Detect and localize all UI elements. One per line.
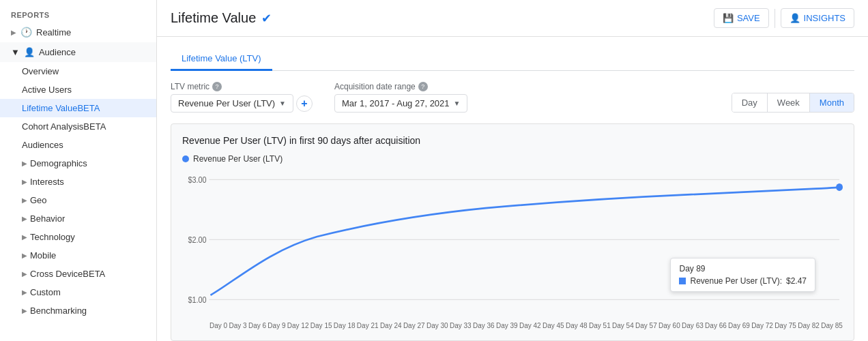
- reports-label: REPORTS: [0, 5, 156, 22]
- overview-label: Overview: [22, 66, 59, 76]
- tab-lifetime-value-ltv[interactable]: Lifetime Value (LTV): [171, 48, 272, 71]
- sidebar-item-interests[interactable]: ▶ Interests: [0, 173, 156, 191]
- legend-label: Revenue Per User (LTV): [193, 154, 283, 164]
- behavior-label: Behavior: [30, 213, 65, 224]
- page-title-text: Lifetime Value: [171, 10, 256, 26]
- sidebar-item-benchmarking[interactable]: ▶ Benchmarking: [0, 301, 156, 320]
- sidebar-item-geo[interactable]: ▶ Geo: [0, 191, 156, 209]
- legend-dot-icon: [182, 155, 189, 162]
- audience-label: Audience: [39, 47, 76, 57]
- tooltip-metric: Revenue Per User (LTV):: [690, 276, 782, 286]
- clock-icon: 🕐: [20, 27, 32, 38]
- sidebar-item-realtime[interactable]: ▶ 🕐 Realtime: [0, 22, 156, 42]
- main-content: Lifetime Value ✔ 💾 SAVE 👤 INSIGHTS Lifet…: [157, 0, 868, 341]
- tooltip-day: Day 89: [679, 264, 807, 273]
- save-button[interactable]: 💾 SAVE: [714, 8, 769, 28]
- insights-icon: 👤: [790, 13, 800, 23]
- add-metric-button[interactable]: +: [296, 95, 313, 112]
- sidebar-item-custom[interactable]: ▶ Custom: [0, 283, 156, 301]
- acquisition-group: Acquisition date range ? Mar 1, 2017 - A…: [334, 82, 467, 113]
- chart-svg: $3.00 $2.00 $1.00: [182, 169, 843, 319]
- sidebar-item-overview[interactable]: Overview: [0, 62, 156, 80]
- acquisition-help-icon[interactable]: ?: [418, 82, 428, 91]
- divider: [775, 9, 775, 28]
- period-day-button[interactable]: Day: [732, 93, 768, 112]
- custom-label: Custom: [30, 287, 61, 297]
- expand-icon: ▶: [11, 29, 16, 36]
- benchmarking-label: Benchmarking: [30, 306, 87, 316]
- geo-chevron: ▶: [22, 196, 27, 204]
- sidebar-item-behavior[interactable]: ▶ Behavior: [0, 209, 156, 228]
- svg-text:$2.00: $2.00: [188, 235, 206, 244]
- realtime-label: Realtime: [36, 27, 71, 38]
- mobile-chevron: ▶: [22, 252, 27, 259]
- ltv-metric-select[interactable]: Revenue Per User (LTV) ▼: [171, 94, 293, 113]
- sidebar-item-mobile[interactable]: ▶ Mobile: [0, 246, 156, 265]
- save-icon: 💾: [723, 13, 734, 23]
- interests-label: Interests: [30, 177, 64, 187]
- ltv-metric-value: Revenue Per User (LTV): [178, 98, 275, 108]
- content-area: Lifetime Value (LTV) LTV metric ? Revenu…: [157, 37, 868, 341]
- sidebar-item-cohort-analysis[interactable]: Cohort Analysis BETA: [0, 117, 156, 136]
- sidebar-audience-header[interactable]: ▼ 👤 Audience: [0, 42, 156, 62]
- technology-chevron: ▶: [22, 233, 27, 241]
- sidebar-item-demographics[interactable]: ▶ Demographics: [0, 154, 156, 173]
- save-label: SAVE: [737, 13, 760, 23]
- insights-button[interactable]: 👤 INSIGHTS: [781, 8, 854, 28]
- sidebar-item-technology[interactable]: ▶ Technology: [0, 228, 156, 246]
- svg-point-6: [836, 183, 843, 191]
- cross-device-label: Cross Device: [30, 269, 83, 279]
- tooltip-color-icon: [679, 278, 686, 284]
- page-title: Lifetime Value ✔: [171, 10, 272, 26]
- interests-chevron: ▶: [22, 178, 27, 186]
- top-actions: 💾 SAVE 👤 INSIGHTS: [714, 8, 854, 28]
- lifetime-value-badge: BETA: [77, 103, 100, 113]
- chart-title: Revenue Per User (LTV) in first 90 days …: [182, 135, 843, 146]
- active-users-label: Active Users: [22, 85, 72, 95]
- mobile-label: Mobile: [30, 250, 56, 261]
- verified-icon: ✔: [261, 11, 272, 26]
- sidebar-item-lifetime-value[interactable]: Lifetime Value BETA: [0, 99, 156, 117]
- x-axis-labels: Day 0 Day 3 Day 6 Day 9 Day 12 Day 15 Da…: [182, 319, 843, 329]
- insights-label: INSIGHTS: [804, 13, 845, 23]
- tab-bar: Lifetime Value (LTV): [171, 48, 854, 71]
- period-month-button[interactable]: Month: [810, 93, 854, 112]
- audiences-label: Audiences: [22, 140, 63, 150]
- ltv-metric-select-box: Revenue Per User (LTV) ▼ +: [171, 94, 313, 113]
- geo-label: Geo: [30, 195, 47, 205]
- benchmarking-chevron: ▶: [22, 307, 27, 314]
- tooltip-value-row: Revenue Per User (LTV): $2.47: [679, 276, 807, 286]
- chart-container: Revenue Per User (LTV) in first 90 days …: [171, 123, 854, 341]
- chart-wrapper: $3.00 $2.00 $1.00 Day 89: [182, 169, 843, 319]
- chart-legend: Revenue Per User (LTV): [182, 154, 843, 164]
- sidebar-item-audiences[interactable]: Audiences: [0, 136, 156, 154]
- cross-device-badge: BETA: [83, 269, 105, 279]
- behavior-chevron: ▶: [22, 215, 27, 222]
- sidebar: REPORTS ▶ 🕐 Realtime ▼ 👤 Audience Overvi…: [0, 0, 157, 341]
- dropdown-arrow-icon: ▼: [279, 100, 286, 107]
- cohort-analysis-label: Cohort Analysis: [22, 121, 83, 132]
- acquisition-label: Acquisition date range ?: [334, 82, 467, 91]
- person-icon: 👤: [24, 47, 35, 57]
- date-range-value: Mar 1, 2017 - Aug 27, 2021: [342, 98, 450, 108]
- date-range-arrow-icon: ▼: [454, 100, 461, 107]
- lifetime-value-label: Lifetime Value: [22, 103, 77, 113]
- chart-tooltip: Day 89 Revenue Per User (LTV): $2.47: [670, 258, 815, 292]
- sidebar-item-cross-device[interactable]: ▶ Cross Device BETA: [0, 265, 156, 283]
- tooltip-amount: $2.47: [786, 276, 807, 286]
- custom-chevron: ▶: [22, 288, 27, 296]
- period-week-button[interactable]: Week: [768, 93, 810, 112]
- top-bar: Lifetime Value ✔ 💾 SAVE 👤 INSIGHTS: [157, 0, 868, 37]
- expand-down-icon: ▼: [11, 47, 20, 57]
- ltv-metric-label: LTV metric ?: [171, 82, 313, 91]
- ltv-help-icon[interactable]: ?: [212, 82, 222, 91]
- technology-label: Technology: [30, 232, 75, 242]
- date-range-select[interactable]: Mar 1, 2017 - Aug 27, 2021 ▼: [334, 94, 467, 113]
- period-toggle: Day Week Month: [732, 93, 854, 113]
- demographics-label: Demographics: [30, 158, 87, 168]
- cross-device-chevron: ▶: [22, 270, 27, 278]
- ltv-metric-group: LTV metric ? Revenue Per User (LTV) ▼ +: [171, 82, 313, 113]
- controls-row: LTV metric ? Revenue Per User (LTV) ▼ + …: [171, 82, 854, 113]
- cohort-badge: BETA: [83, 121, 106, 132]
- sidebar-item-active-users[interactable]: Active Users: [0, 80, 156, 99]
